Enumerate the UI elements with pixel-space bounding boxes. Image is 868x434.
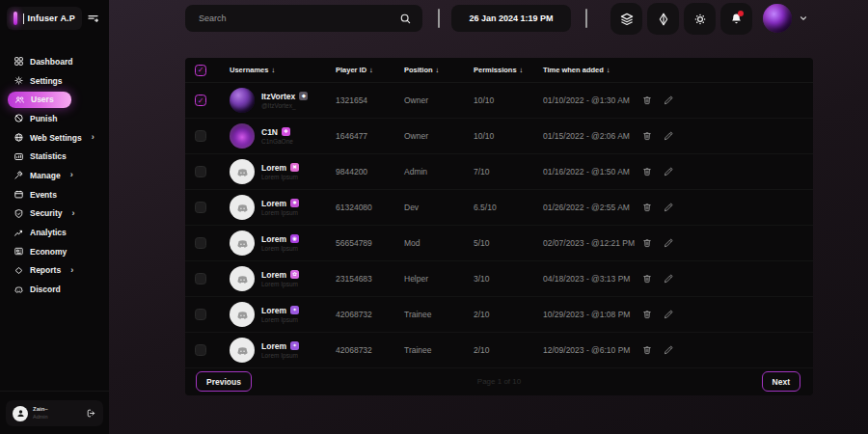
profile-avatar[interactable] <box>763 4 792 33</box>
sidebar-user-role: Admin <box>33 414 81 420</box>
trash-icon <box>641 166 653 177</box>
row-checkbox[interactable] <box>195 237 206 249</box>
search-icon[interactable] <box>399 13 412 25</box>
row-checkbox[interactable] <box>195 344 206 356</box>
permissions-cell: 3/10 <box>474 274 543 284</box>
table-row[interactable]: Lorem ✿ Lorem Ipsum 23154683 Helper 3/10… <box>185 261 813 297</box>
username-cell: Lorem ✿ Lorem Ipsum <box>230 266 336 291</box>
column-header-usernames[interactable]: Usernames↓ <box>230 66 336 74</box>
column-header-time-added[interactable]: Time when added↓ <box>543 66 637 74</box>
sidebar-item-label: Punish <box>30 114 57 123</box>
trash-icon <box>641 273 653 285</box>
username-text: Lorem <box>261 341 286 351</box>
logout-icon[interactable] <box>86 408 96 419</box>
pencil-icon <box>663 95 674 106</box>
row-checkbox[interactable]: ✓ <box>195 95 206 106</box>
sidebar-item-label: Discord <box>30 285 61 294</box>
search-bar <box>185 5 422 32</box>
delete-button[interactable] <box>637 130 658 142</box>
username-text: Lorem <box>261 270 286 280</box>
sidebar-item-security[interactable]: Security › <box>0 204 109 224</box>
row-checkbox[interactable] <box>195 273 206 285</box>
sidebar-item-settings[interactable]: Settings <box>0 71 109 91</box>
user-badge-icon: ❖ <box>282 127 290 136</box>
datetime-display[interactable]: 26 Jan 2024 1:19 PM <box>451 5 571 32</box>
sidebar-item-punish[interactable]: Punish <box>0 109 109 128</box>
row-checkbox[interactable] <box>195 202 206 213</box>
prism-button[interactable] <box>647 3 679 35</box>
delete-button[interactable] <box>637 309 658 320</box>
username-text: C1N <box>261 127 278 137</box>
sidebar-item-economy[interactable]: Economy <box>0 242 109 261</box>
sidebar-item-statistics[interactable]: Statistics <box>0 147 109 166</box>
sidebar-collapse-icon[interactable] <box>87 12 99 24</box>
sidebar-item-analytics[interactable]: Analytics <box>0 223 109 242</box>
time-added-cell: 02/07/2023 - @12:21 PM <box>543 238 637 248</box>
previous-button[interactable]: Previous <box>196 371 252 392</box>
next-button[interactable]: Next <box>762 371 800 392</box>
permissions-cell: 2/10 <box>474 345 543 355</box>
edit-button[interactable] <box>658 344 679 356</box>
table-row[interactable]: Lorem ✖ Lorem Ipsum 9844200 Admin 7/10 0… <box>185 154 813 190</box>
sidebar-item-label: Events <box>30 190 57 200</box>
row-checkbox[interactable] <box>195 309 206 320</box>
sidebar-item-dashboard[interactable]: Dashboard <box>0 52 109 71</box>
chevron-right-icon: › <box>70 266 73 275</box>
edit-button[interactable] <box>658 237 679 249</box>
edit-button[interactable] <box>658 273 679 285</box>
delete-button[interactable] <box>637 202 658 213</box>
chevron-right-icon: › <box>70 171 73 179</box>
table-row[interactable]: Lorem ✦ Lorem Ipsum 42068732 Trainee 2/1… <box>185 297 813 333</box>
position-cell: Admin <box>404 167 474 176</box>
sidebar-item-label: Reports <box>30 265 61 275</box>
user-subtitle: Lorem Ipsum <box>261 245 299 253</box>
sidebar-user-card[interactable]: Zain~ Admin <box>6 400 103 426</box>
sidebar-item-manage[interactable]: Manage › <box>0 166 109 185</box>
delete-button[interactable] <box>637 273 658 285</box>
table-row[interactable]: C1N ❖ C1nGaOne 1646477 Owner 10/10 01/15… <box>185 119 813 154</box>
row-checkbox[interactable] <box>195 130 206 142</box>
layers-button[interactable] <box>610 3 642 35</box>
stats-card-icon <box>14 151 24 162</box>
sidebar-item-reports[interactable]: Reports › <box>0 261 109 281</box>
user-badge-icon: ◆ <box>299 92 308 100</box>
table-row[interactable]: Lorem ◉ Lorem Ipsum 56654789 Mod 5/10 02… <box>185 226 813 261</box>
user-badge-icon: ✖ <box>290 163 299 172</box>
column-header-player-id[interactable]: Player ID↓ <box>336 66 404 74</box>
sort-arrow-icon: ↓ <box>520 66 524 74</box>
column-header-permissions[interactable]: Permissions↓ <box>474 66 543 74</box>
sidebar-item-label: Users <box>31 95 54 104</box>
row-checkbox[interactable] <box>195 166 206 177</box>
sidebar-item-events[interactable]: Events <box>0 185 109 204</box>
select-all-checkbox[interactable]: ✓ <box>195 65 206 76</box>
sort-arrow-icon: ↓ <box>607 66 610 74</box>
chevron-down-icon[interactable] <box>799 14 808 23</box>
user-subtitle: C1nGaOne <box>261 138 293 146</box>
theme-toggle-button[interactable] <box>684 3 716 35</box>
newspaper-icon <box>14 246 24 257</box>
trash-icon <box>641 344 653 356</box>
time-added-cell: 01/10/2022 - @1:30 AM <box>543 95 637 105</box>
table-row[interactable]: Lorem ✸ Lorem Ipsum 61324080 Dev 6.5/10 … <box>185 190 813 226</box>
delete-button[interactable] <box>637 237 658 249</box>
delete-button[interactable] <box>637 95 658 106</box>
trash-icon <box>641 130 653 142</box>
edit-button[interactable] <box>658 166 679 177</box>
username-cell: Lorem ✖ Lorem Ipsum <box>230 159 336 184</box>
sidebar-item-discord[interactable]: Discord <box>0 280 109 299</box>
sidebar-item-web-settings[interactable]: Web Settings › <box>0 128 109 148</box>
edit-button[interactable] <box>658 95 679 106</box>
search-input[interactable] <box>185 5 422 32</box>
table-row[interactable]: Lorem ✦ Lorem Ipsum 42068732 Trainee 2/1… <box>185 333 813 368</box>
delete-button[interactable] <box>637 344 658 356</box>
player-id-cell: 1321654 <box>336 95 404 105</box>
edit-button[interactable] <box>658 130 679 142</box>
notifications-button[interactable] <box>720 3 752 35</box>
edit-button[interactable] <box>658 309 679 320</box>
delete-button[interactable] <box>637 166 658 177</box>
column-header-position[interactable]: Position↓ <box>404 66 474 74</box>
table-row[interactable]: ✓ ItzVortex ◆ @ItzVortex_ 1321654 Owner … <box>185 83 813 119</box>
edit-button[interactable] <box>658 202 679 213</box>
sidebar-item-users[interactable]: Users <box>8 92 71 108</box>
player-id-cell: 56654789 <box>336 238 404 248</box>
